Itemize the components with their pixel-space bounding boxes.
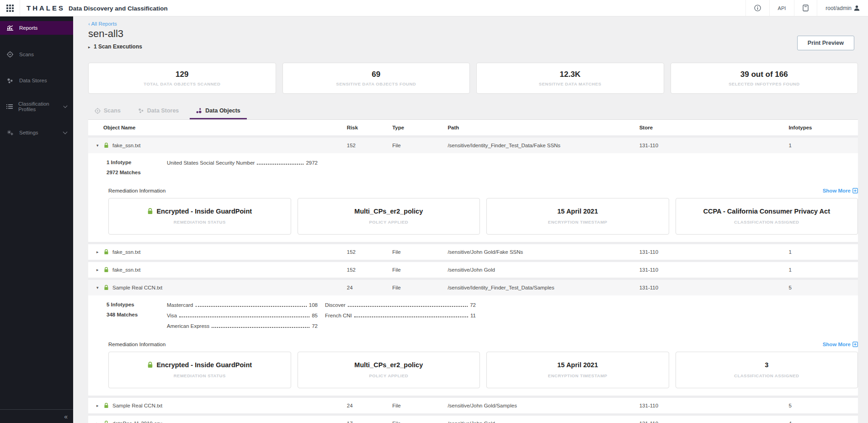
stat-infotypes-found: 39 out of 166 SELECTED INFOTYPES FOUND	[671, 63, 858, 94]
gear-icon	[6, 130, 14, 136]
col-risk: Risk	[347, 125, 392, 130]
path-value: /sensitive/John Gold/Fake SSNs	[447, 249, 639, 255]
show-more-link[interactable]: Show More	[823, 342, 858, 347]
path-value: /sensitive/John Gold	[447, 421, 639, 423]
api-button[interactable]: API	[769, 0, 794, 16]
api-label: API	[778, 5, 786, 11]
plus-square-icon	[852, 342, 858, 347]
infotypes-value: 1	[788, 267, 858, 273]
lock-icon	[104, 143, 109, 148]
lock-icon	[104, 267, 109, 273]
infotype-match-line: Mastercard108	[167, 300, 318, 311]
page-title: sen-all3	[88, 28, 858, 40]
docs-button[interactable]	[794, 0, 817, 16]
policy-applied-card: Multi_CPs_er2_policy POLICY APPLIED	[298, 352, 480, 388]
scan-target-icon	[95, 108, 101, 114]
risk-value: 17	[347, 421, 392, 423]
infotype-match-line: Discover72	[325, 300, 476, 311]
infotype-detail: 5 Infotypes 348 Matches Mastercard108 Vi…	[88, 295, 858, 337]
app-grid-icon[interactable]	[0, 0, 20, 16]
caret-right-icon[interactable]: ▸	[96, 421, 100, 423]
caret-right-icon: ▸	[88, 45, 91, 49]
book-icon	[803, 5, 809, 11]
print-preview-button[interactable]: Print Preview	[797, 36, 854, 50]
stat-value: 39 out of 166	[740, 70, 788, 79]
sidebar-item-settings[interactable]: Settings	[0, 126, 73, 139]
sidebar-item-reports[interactable]: Reports	[0, 21, 73, 35]
plus-square-icon	[852, 188, 858, 193]
back-to-all-reports-link[interactable]: ‹ All Reports	[88, 21, 858, 27]
list-icon	[6, 104, 13, 109]
sidebar-collapse-button[interactable]: «	[0, 409, 73, 423]
stat-sensitive-objects: 69 SENSITIVE DATA OBJECTS FOUND	[282, 63, 470, 94]
infotype-match-line: American Express72	[167, 321, 318, 332]
chevron-left-icon: ‹	[88, 21, 90, 27]
remediation-status-card: Encrypted - Inside GuardPoint REMEDIATIO…	[108, 352, 291, 388]
risk-value: 152	[347, 249, 392, 255]
sidebar-item-data-stores[interactable]: Data Stores	[0, 74, 73, 87]
lock-icon	[147, 362, 153, 368]
stat-label: SELECTED INFOTYPES FOUND	[729, 81, 800, 86]
path-value: /sensitive/John Gold/Samples	[447, 403, 639, 408]
table-row[interactable]: ▾ Sample Real CCN.txt 24 File /sensitive…	[88, 280, 858, 295]
risk-value: 152	[347, 267, 392, 273]
show-more-link[interactable]: Show More	[823, 188, 858, 193]
store-value: 131-110	[639, 285, 789, 290]
store-value: 131-110	[639, 267, 789, 273]
policy-applied-card: Multi_CPs_er2_policy POLICY APPLIED	[298, 198, 480, 235]
caret-right-icon[interactable]: ▸	[96, 250, 100, 254]
caret-down-icon[interactable]: ▾	[96, 143, 100, 148]
infotype-count: 5 Infotypes	[107, 300, 167, 310]
lock-icon	[104, 285, 109, 290]
caret-right-icon[interactable]: ▸	[96, 403, 100, 408]
type-value: File	[392, 249, 447, 255]
risk-value: 24	[347, 403, 392, 408]
remediation-status-card: Encrypted - Inside GuardPoint REMEDIATIO…	[108, 198, 291, 235]
data-stores-icon	[6, 78, 14, 84]
tab-data-stores[interactable]: Data Stores	[132, 104, 185, 119]
sidebar-item-label: Settings	[19, 130, 38, 135]
infotype-match-line: French CNI11	[325, 311, 476, 321]
lock-icon	[147, 208, 153, 214]
report-tabs: Scans Data Stores Data Objects	[88, 104, 858, 120]
object-name: Sample Real CCN.txt	[112, 285, 162, 290]
scan-executions-toggle[interactable]: ▸ 1 Scan Executions	[88, 43, 858, 50]
stat-total-objects: 129 TOTAL DATA OBJECTS SCANNED	[88, 63, 276, 94]
match-count: 348 Matches	[107, 310, 167, 320]
sidebar-item-classification-profiles[interactable]: Classification Profiles	[0, 100, 73, 113]
info-button[interactable]	[746, 0, 769, 16]
object-name: fake_ssn.txt	[112, 249, 140, 255]
object-name: fake_ssn.txt	[112, 267, 140, 273]
table-row[interactable]: ▾ fake_ssn.txt 152 File /sensitive/Ident…	[88, 138, 858, 153]
tab-data-objects[interactable]: Data Objects	[190, 104, 246, 119]
caret-down-icon[interactable]: ▾	[96, 285, 100, 290]
table-row[interactable]: ▸ fake_ssn.txt 152 File /sensitive/John …	[88, 262, 858, 278]
infotypes-value: 4	[788, 421, 858, 423]
user-menu[interactable]: root/admin	[817, 0, 868, 16]
table-row[interactable]: ▸ dataDec-11-2019.csv 17 File /sensitive…	[88, 416, 858, 423]
table-header-row: Object Name Risk Type Path Store Infotyp…	[88, 120, 858, 135]
path-value: /sensitive/Identity_Finder_Test_Data/Fak…	[447, 143, 639, 148]
infotypes-value: 1	[788, 143, 858, 148]
stat-value: 12.3K	[560, 70, 580, 79]
col-object-name: Object Name	[88, 125, 347, 130]
info-icon	[754, 5, 761, 11]
tab-scans[interactable]: Scans	[88, 104, 127, 119]
table-row[interactable]: ▸ Sample Real CCN.txt 24 File /sensitive…	[88, 398, 858, 413]
risk-value: 152	[347, 143, 392, 148]
type-value: File	[392, 285, 447, 290]
risk-value: 24	[347, 285, 392, 290]
store-value: 131-110	[639, 143, 789, 148]
lock-icon	[104, 421, 109, 423]
data-stores-icon	[138, 108, 144, 113]
caret-right-icon[interactable]: ▸	[96, 268, 100, 272]
encryption-timestamp-card: 15 April 2021 ENCRYPTION TIMESTAMP	[486, 198, 669, 235]
path-value: /sensitive/John Gold	[447, 267, 639, 273]
table-row[interactable]: ▸ fake_ssn.txt 152 File /sensitive/John …	[88, 244, 858, 260]
type-value: File	[392, 143, 447, 148]
sidebar-item-label: Reports	[19, 25, 37, 31]
col-path: Path	[447, 125, 639, 130]
app-header: THALES Data Discovery and Classification…	[0, 0, 868, 16]
sidebar-item-scans[interactable]: Scans	[0, 48, 73, 61]
type-value: File	[392, 403, 447, 408]
